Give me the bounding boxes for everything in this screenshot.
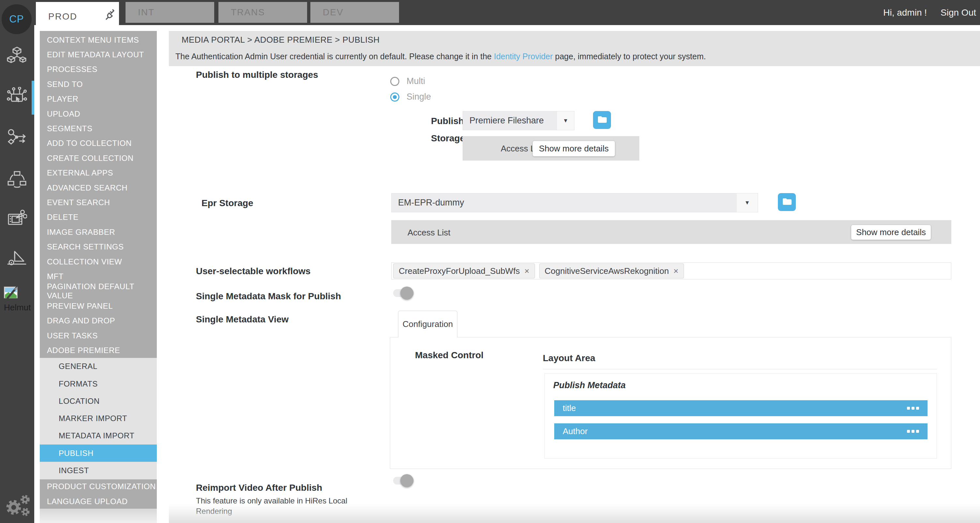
single-metadata-mask-label: Single Metadata Mask for Publish	[196, 291, 341, 301]
field-options-icon[interactable]	[907, 430, 919, 433]
menu-item-publish-active[interactable]: PUBLISH	[40, 445, 157, 462]
radio-single[interactable]: Single	[390, 92, 431, 102]
tab-int-label: INT	[138, 7, 154, 17]
metadata-field-label: Author	[563, 426, 588, 436]
radio-multi[interactable]: Multi	[390, 76, 425, 86]
workflow-tag-label: CognitiveServiceAwsRekognition	[545, 266, 669, 276]
identity-provider-link[interactable]: Identity Provider	[494, 52, 553, 61]
menu-item-add-to-collection[interactable]: ADD TO COLLECTION	[40, 136, 157, 151]
menu-item-context-menu-items[interactable]: CONTEXT MENU ITEMS	[40, 33, 157, 47]
menu-item-ingest[interactable]: INGEST	[40, 462, 157, 479]
process-cycle-icon[interactable]	[7, 170, 27, 190]
avatar[interactable]: CP	[2, 4, 32, 34]
menu-item-edit-metadata-layout[interactable]: EDIT METADATA LAYOUT	[40, 47, 157, 62]
menu-item-upload[interactable]: UPLOAD	[40, 106, 157, 121]
epr-storage-label: Epr Storage	[202, 198, 253, 208]
menu-item-collection-view[interactable]: COLLECTION VIEW	[40, 254, 157, 269]
menu-item-pagination-default-value[interactable]: PAGINATION DEFAULT VALUE	[40, 284, 157, 299]
warning-message: The Authentication Admin User credential…	[175, 52, 706, 61]
single-metadata-mask-toggle[interactable]	[393, 289, 414, 297]
metadata-field-label: title	[563, 403, 576, 413]
menu-item-adobe-premiere[interactable]: ADOBE PREMIERE	[40, 343, 157, 358]
field-options-icon[interactable]	[907, 407, 919, 410]
menu-item-metadata-import[interactable]: METADATA IMPORT	[40, 427, 157, 445]
tab-dev[interactable]: DEV	[310, 2, 399, 23]
workflows-tag-field[interactable]: CreateProxyForUpload_SubWfs × CognitiveS…	[391, 263, 951, 279]
menu-item-send-to[interactable]: SEND TO	[40, 77, 157, 92]
menu-item-general[interactable]: GENERAL	[40, 358, 157, 375]
metadata-field-author[interactable]: Author	[554, 423, 928, 439]
menu-item-user-tasks[interactable]: USER TASKS	[40, 328, 157, 343]
menu-item-language-upload[interactable]: LANGUAGE UPLOAD	[40, 494, 157, 509]
access-list-label-2: Access List	[407, 228, 450, 238]
menu-item-processes[interactable]: PROCESSES	[40, 62, 157, 77]
menu-item-mft[interactable]: MFT	[40, 269, 157, 284]
header-strip: MEDIA PORTAL > ADOBE PREMIERE > PUBLISH …	[169, 31, 980, 66]
greeting-text: Hi, admin !	[883, 8, 927, 18]
modules-icon[interactable]	[7, 46, 27, 67]
interactive-panel-icon[interactable]	[7, 87, 27, 107]
menu-item-drag-and-drop[interactable]: DRAG AND DROP	[40, 313, 157, 328]
show-more-details-button-2[interactable]: Show more details	[851, 225, 931, 240]
reimport-video-label: Reimport Video After Publish	[196, 483, 322, 493]
toggle-thumb	[400, 287, 414, 300]
tab-prod[interactable]: PROD	[36, 2, 119, 31]
menu-item-advanced-search[interactable]: ADVANCED SEARCH	[40, 181, 157, 195]
workflow-tag[interactable]: CreateProxyForUpload_SubWfs ×	[393, 263, 535, 279]
show-more-details-button-1[interactable]: Show more details	[533, 141, 615, 156]
publish-storage-value: Premiere Fileshare	[469, 116, 544, 126]
metadata-field-title[interactable]: title	[554, 400, 928, 416]
tab-configuration[interactable]: Configuration	[398, 311, 457, 338]
menu-item-player[interactable]: PLAYER	[40, 92, 157, 106]
menu-item-create-collection[interactable]: CREATE COLLECTION	[40, 151, 157, 165]
menu-item-external-apps[interactable]: EXTERNAL APPS	[40, 166, 157, 181]
radio-single-label: Single	[407, 92, 431, 102]
tab-trans[interactable]: TRANS	[218, 2, 307, 23]
tab-int[interactable]: INT	[126, 2, 214, 23]
menu-item-image-grabber[interactable]: IMAGE GRABBER	[40, 225, 157, 239]
remove-tag-icon[interactable]: ×	[524, 266, 529, 276]
menu-item-formats[interactable]: FORMATS	[40, 375, 157, 392]
access-list-bar-2: Access List Show more details	[391, 220, 951, 244]
app-window: PROD INT TRANS DEV Hi, admin ! Sign Out …	[0, 0, 980, 523]
tab-trans-label: TRANS	[231, 7, 265, 17]
toggle-thumb	[400, 474, 414, 487]
menu-item-event-search[interactable]: EVENT SEARCH	[40, 195, 157, 210]
epr-storage-dropdown[interactable]: EM-EPR-dummy ▼	[391, 193, 758, 212]
folder-icon	[782, 197, 792, 207]
plug-connected-icon	[104, 9, 115, 22]
settings-gears-icon[interactable]	[2, 491, 33, 522]
menu-item-segments[interactable]: SEGMENTS	[40, 121, 157, 136]
dropdown-caret-zone[interactable]: ▼	[557, 111, 574, 130]
reimport-video-toggle[interactable]	[393, 477, 414, 485]
broken-image-icon	[4, 292, 19, 301]
layout-area-label: Layout Area	[543, 353, 595, 363]
epr-storage-browse-button[interactable]	[778, 193, 796, 211]
publish-storage-browse-button[interactable]	[593, 111, 611, 129]
layout-area-divider	[543, 369, 937, 369]
radio-multi-label: Multi	[407, 76, 425, 86]
publish-storage-dropdown[interactable]: Premiere Fileshare ▼	[463, 111, 574, 130]
menu-item-location[interactable]: LOCATION	[40, 392, 157, 410]
dropdown-caret-zone-2[interactable]: ▼	[737, 193, 758, 212]
active-section-marker	[32, 81, 34, 115]
workflow-tag[interactable]: CognitiveServiceAwsRekognition ×	[539, 263, 684, 279]
video-editing-icon[interactable]	[7, 209, 27, 229]
menu-item-search-settings[interactable]: SEARCH SETTINGS	[40, 239, 157, 254]
publish-metadata-group-label: Publish Metadata	[553, 380, 625, 390]
menu-item-delete[interactable]: DELETE	[40, 210, 157, 225]
menu-item-preview-panel[interactable]: PREVIEW PANEL	[40, 299, 157, 313]
menu-item-product-customization[interactable]: PRODUCT CUSTOMIZATION	[40, 479, 157, 494]
sign-out-button[interactable]: Sign Out	[940, 8, 976, 18]
workflow-icon[interactable]	[7, 127, 27, 147]
tab-dev-label: DEV	[323, 7, 344, 17]
user-selectable-workflows-label: User-selectable workflows	[196, 266, 311, 276]
remove-tag-icon[interactable]: ×	[673, 266, 678, 276]
warning-text-pre: The Authentication Admin User credential…	[175, 52, 494, 61]
measure-icon[interactable]	[7, 249, 27, 269]
menu-item-marker-import[interactable]: MARKER IMPORT	[40, 410, 157, 427]
radio-single-circle-selected[interactable]	[390, 92, 399, 101]
breadcrumb: MEDIA PORTAL > ADOBE PREMIERE > PUBLISH	[181, 35, 380, 45]
radio-multi-circle[interactable]	[390, 77, 399, 86]
folder-icon	[597, 115, 607, 125]
